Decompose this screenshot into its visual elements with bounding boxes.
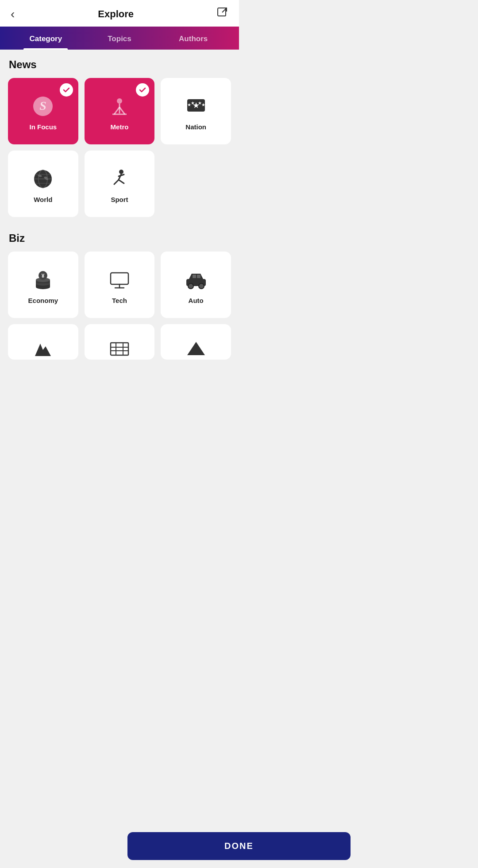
tab-bar: Category Topics Authors (0, 27, 239, 50)
svg-point-20 (119, 170, 123, 174)
partial-card-3[interactable] (161, 324, 231, 360)
svg-text:★: ★ (201, 102, 205, 107)
partial-icon-1 (31, 339, 54, 357)
card-nation[interactable]: ★ ★ ★ ★ ★ Nation (161, 78, 231, 144)
auto-icon (184, 267, 208, 292)
biz-grid-row2-partial (8, 324, 231, 360)
svg-rect-39 (197, 275, 200, 278)
world-icon (31, 167, 55, 191)
svg-point-37 (199, 283, 204, 289)
biz-section-heading: Biz (9, 232, 231, 244)
content-area: News S In Focus (0, 50, 239, 410)
metro-icon (107, 94, 132, 119)
partial-icon-2 (108, 339, 131, 357)
svg-rect-38 (193, 275, 196, 278)
card-metro-label: Metro (111, 123, 129, 131)
economy-icon: ¥ (31, 267, 55, 292)
header: ‹ Explore (0, 0, 239, 27)
svg-point-4 (117, 98, 122, 104)
nation-icon: ★ ★ ★ ★ ★ (184, 94, 208, 119)
empty-cell (161, 151, 231, 217)
tech-icon (107, 267, 132, 292)
in-focus-icon: S (31, 94, 55, 119)
svg-rect-0 (218, 8, 226, 16)
partial-icon-3 (185, 339, 208, 357)
news-grid-row2: World Sport (8, 151, 231, 217)
svg-line-6 (114, 107, 120, 114)
svg-line-22 (114, 180, 119, 184)
card-nation-label: Nation (185, 123, 206, 131)
check-badge-in-focus (60, 83, 73, 97)
sport-icon (107, 167, 132, 191)
card-sport-label: Sport (111, 196, 128, 203)
svg-rect-40 (111, 343, 128, 355)
biz-grid-row1: ¥ Economy Tech (8, 252, 231, 318)
card-tech-label: Tech (112, 297, 127, 304)
card-economy-label: Economy (28, 297, 58, 304)
svg-text:¥: ¥ (42, 273, 45, 279)
svg-text:★: ★ (190, 101, 194, 105)
svg-text:S: S (40, 99, 47, 112)
card-metro[interactable]: Metro (85, 78, 155, 144)
news-grid-row1: S In Focus Metro (8, 78, 231, 144)
svg-point-36 (188, 283, 193, 289)
card-world[interactable]: World (8, 151, 78, 217)
tab-category[interactable]: Category (9, 27, 83, 50)
page-title: Explore (98, 8, 134, 20)
partial-card-1[interactable] (8, 324, 78, 360)
svg-line-24 (119, 174, 124, 176)
check-badge-metro (136, 83, 149, 97)
svg-rect-32 (111, 273, 128, 284)
card-in-focus[interactable]: S In Focus (8, 78, 78, 144)
share-button[interactable] (217, 7, 228, 21)
card-economy[interactable]: ¥ Economy (8, 252, 78, 318)
card-tech[interactable]: Tech (85, 252, 155, 318)
card-auto-label: Auto (189, 297, 204, 304)
back-button[interactable]: ‹ (11, 7, 15, 21)
tab-topics[interactable]: Topics (83, 27, 157, 50)
card-in-focus-label: In Focus (29, 123, 57, 131)
tab-authors[interactable]: Authors (156, 27, 230, 50)
svg-line-7 (120, 107, 125, 114)
card-sport[interactable]: Sport (85, 151, 155, 217)
svg-line-23 (119, 180, 124, 183)
partial-card-2[interactable] (85, 324, 155, 360)
card-auto[interactable]: Auto (161, 252, 231, 318)
news-section-heading: News (9, 58, 231, 71)
card-world-label: World (34, 196, 52, 203)
svg-text:★: ★ (197, 101, 201, 105)
